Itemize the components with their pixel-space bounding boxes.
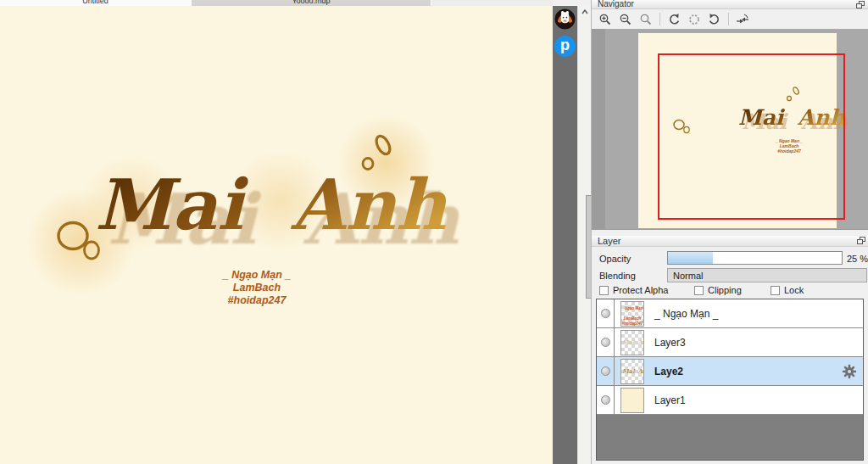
thumb-script-text: Mai Anh — [622, 367, 644, 375]
protect-alpha-label: Protect Alpha — [613, 285, 668, 295]
lock-checkbox[interactable] — [771, 286, 780, 295]
visibility-toggle[interactable] — [597, 299, 615, 327]
clipping-checkbox[interactable] — [694, 286, 704, 295]
opacity-slider-fill — [668, 252, 713, 264]
visibility-dot-icon — [601, 366, 610, 376]
rotate-cw-icon — [708, 13, 721, 26]
zoom-in-button[interactable] — [597, 12, 614, 27]
layer-name: _ Ngạo Mạn _ — [654, 308, 718, 320]
navigator-title: Navigator — [598, 0, 868, 8]
layer-thumbnail: Mai Anh — [620, 359, 644, 384]
layer-name: Layer1 — [654, 394, 686, 406]
credits-line-1: _ Ngạo Mạn _ — [189, 269, 325, 282]
thumb-credit-line: LamBach — [621, 316, 643, 321]
rotate-cw-button[interactable] — [706, 12, 723, 27]
layer-panel: Layer Opacity 25 % Blending Normal — [592, 230, 868, 464]
layer-name: Layer3 — [654, 337, 686, 349]
pixiv-icon[interactable]: p — [554, 36, 576, 57]
lock-label: Lock — [784, 285, 804, 295]
layer-row-layer3[interactable]: Mai Anh Layer3 — [597, 328, 863, 357]
rotate-reset-button[interactable] — [686, 12, 703, 27]
app-window: Untitled Yoooo.mdp Mai Anh Mai Anh _ Ngạ… — [0, 0, 868, 464]
pixiv-letter: p — [560, 36, 570, 54]
canvas-vertical-scrollbar[interactable] — [577, 6, 591, 464]
rotate-ccw-icon — [667, 13, 681, 26]
firealpaca-mascot-icon[interactable] — [554, 8, 576, 30]
clipping-label: Clipping — [708, 285, 742, 295]
layer-row-laye2[interactable]: Mai Anh Laye2 — [597, 357, 863, 386]
protect-alpha-checkbox[interactable] — [599, 286, 609, 295]
zoom-reset-button[interactable] — [637, 12, 654, 27]
artwork-title: Mai Anh — [95, 164, 446, 245]
blending-row: Blending Normal — [592, 268, 868, 283]
blending-label: Blending — [599, 271, 636, 281]
layer-name: Laye2 — [654, 366, 683, 377]
blending-select[interactable]: Normal — [667, 268, 867, 282]
reset-view-icon — [736, 13, 749, 26]
scrollbar-up-icon[interactable] — [581, 9, 588, 14]
rotation-reset-icon — [687, 13, 701, 26]
preview-shade — [592, 29, 605, 230]
right-dock-panel: Navigator — [591, 0, 868, 464]
opacity-slider[interactable] — [667, 251, 843, 265]
viewport-rectangle[interactable] — [658, 53, 845, 220]
layer-panel-title: Layer — [598, 236, 868, 246]
visibility-toggle[interactable] — [597, 386, 615, 414]
reset-view-button[interactable] — [734, 12, 751, 27]
opacity-value: 25 % — [847, 254, 868, 264]
thumb-credit-line: #hoidap247 — [621, 321, 643, 327]
magnifier-plus-icon — [598, 13, 612, 26]
blending-value: Normal — [673, 271, 703, 281]
drawing-canvas[interactable]: Mai Anh Mai Anh _ Ngạo Mạn _ LamBach #ho… — [0, 6, 553, 464]
navigator-preview[interactable]: Mai Anh Mai Anh _ Ngạo Mạn _ LamBach #ho… — [592, 29, 868, 230]
tab-untitled[interactable]: Untitled — [0, 0, 192, 6]
credits-line-2: LamBach — [189, 282, 325, 294]
layer-thumbnail — [620, 388, 644, 413]
layer-flags-row: Protect Alpha Clipping Lock — [592, 285, 868, 297]
navigator-header: Navigator — [592, 0, 868, 9]
tab-untitled-label: Untitled — [0, 0, 191, 5]
layer-settings-gear-icon[interactable] — [842, 364, 857, 379]
tab-yoooo-mdp[interactable]: Yoooo.mdp — [192, 0, 431, 6]
thumb-credit-line: _ Ngạo Mạn _ — [621, 306, 643, 316]
opacity-label: Opacity — [599, 254, 631, 264]
layer-row-ngao-man[interactable]: _ Ngạo Mạn _ LamBach #hoidap247 _ Ngạo M… — [597, 299, 863, 328]
visibility-dot-icon — [601, 309, 610, 318]
credits-line-3: #hoidap247 — [189, 294, 325, 307]
magnifier-icon — [639, 13, 653, 26]
magnifier-minus-icon — [619, 13, 632, 26]
visibility-toggle[interactable] — [597, 357, 615, 385]
document-tabbar: Untitled Yoooo.mdp — [0, 0, 553, 6]
visibility-toggle[interactable] — [597, 328, 615, 356]
visibility-dot-icon — [601, 395, 610, 405]
tab-yoooo-mdp-label: Yoooo.mdp — [192, 0, 431, 5]
layer-list: _ Ngạo Mạn _ LamBach #hoidap247 _ Ngạo M… — [596, 299, 864, 461]
thumb-script-text: Mai Anh — [622, 338, 644, 346]
opacity-row: Opacity 25 % — [592, 251, 868, 266]
visibility-dot-icon — [601, 338, 610, 347]
toolbar-separator — [728, 13, 729, 25]
layer-thumbnail: Mai Anh — [620, 330, 644, 355]
layer-thumbnail: _ Ngạo Mạn _ LamBach #hoidap247 — [620, 301, 644, 327]
toolbar-separator — [659, 13, 660, 25]
navigator-toolbar — [592, 9, 868, 29]
zoom-out-button[interactable] — [617, 12, 634, 27]
layer-header: Layer — [592, 236, 868, 247]
rotate-ccw-button[interactable] — [665, 12, 682, 27]
layer-row-layer1[interactable]: Layer1 — [597, 386, 863, 415]
side-icon-strip: p — [553, 6, 577, 464]
artwork-credits: _ Ngạo Mạn _ LamBach #hoidap247 — [189, 269, 325, 307]
layer-float-icon[interactable] — [857, 237, 865, 244]
navigator-float-icon[interactable] — [856, 1, 865, 8]
